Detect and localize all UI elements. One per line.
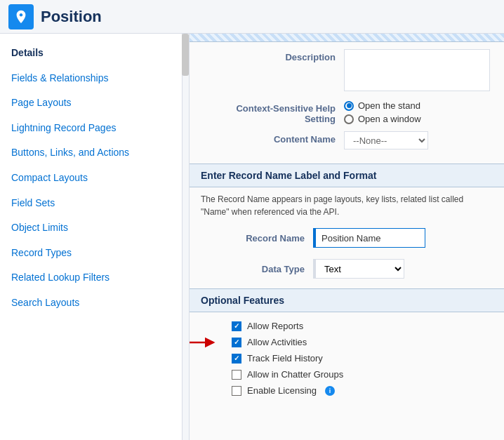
scrollbar-track[interactable] — [182, 34, 189, 440]
sidebar-item-compact-layouts[interactable]: Compact Layouts — [0, 166, 180, 191]
checkbox-label-allow-chatter-groups: Allow in Chatter Groups — [247, 369, 343, 380]
radio-option-open-standard[interactable]: Open the stand — [344, 100, 490, 111]
optional-features-header: Optional Features — [190, 288, 504, 312]
scrollbar-thumb[interactable] — [182, 34, 189, 76]
sidebar-nav: Details Fields & Relationships Page Layo… — [0, 34, 189, 323]
sidebar-item-buttons-links-actions[interactable]: Buttons, Links, and Actions — [0, 140, 180, 166]
sidebar-item-page-layouts[interactable]: Page Layouts — [0, 91, 180, 116]
checkbox-row-enable-licensing: Enable Licensing i — [218, 382, 504, 399]
checkboxes-container: Allow Reports Allow Activities — [190, 318, 504, 399]
sidebar-item-object-limits[interactable]: Object Limits — [0, 215, 180, 241]
enable-licensing-info-icon[interactable]: i — [325, 386, 335, 396]
allow-activities-wrapper: Allow Activities — [218, 334, 504, 350]
radio-dot-window[interactable] — [344, 114, 354, 124]
position-svg-icon — [13, 9, 29, 25]
description-label: Description — [204, 49, 344, 62]
sidebar-item-record-types[interactable]: Record Types — [0, 241, 180, 266]
sidebar-item-lightning-record-pages[interactable]: Lightning Record Pages — [0, 116, 180, 141]
checkbox-row-allow-activities: Allow Activities — [218, 334, 504, 350]
content-name-label: Content Name — [204, 131, 344, 145]
record-name-label: Record Name — [201, 233, 313, 244]
checkbox-label-enable-licensing: Enable Licensing — [247, 385, 317, 396]
position-icon — [8, 4, 34, 29]
sidebar-item-search-layouts[interactable]: Search Layouts — [0, 291, 180, 316]
checkbox-row-allow-reports: Allow Reports — [218, 318, 504, 334]
context-sensitive-label: Context-Sensitive Help Setting — [204, 100, 344, 124]
description-section: Description Context-Sensitive Help Setti… — [190, 42, 504, 164]
description-value — [344, 49, 490, 93]
checkbox-label-track-field-history: Track Field History — [247, 353, 323, 364]
record-name-section-header: Enter Record Name Label and Format — [190, 164, 504, 187]
context-sensitive-row: Context-Sensitive Help Setting Open the … — [204, 100, 490, 124]
main-container: Details Fields & Relationships Page Layo… — [0, 34, 504, 440]
content-name-select[interactable]: --None-- — [344, 131, 428, 149]
sidebar-item-fields-relationships[interactable]: Fields & Relationships — [0, 66, 180, 91]
radio-option-open-window[interactable]: Open a window — [344, 114, 490, 124]
red-arrow-icon — [190, 335, 218, 349]
context-sensitive-value: Open the stand Open a window — [344, 100, 490, 124]
page-header: Position — [0, 0, 504, 34]
checkbox-label-allow-reports: Allow Reports — [247, 321, 303, 331]
checkbox-row-allow-chatter-groups: Allow in Chatter Groups — [218, 366, 504, 382]
page-title: Position — [41, 8, 102, 26]
data-type-select[interactable]: Text — [313, 259, 404, 279]
sidebar-item-details: Details — [0, 41, 180, 66]
checkbox-allow-reports[interactable] — [232, 321, 241, 331]
checkbox-track-field-history[interactable] — [232, 354, 241, 364]
decorative-band — [190, 34, 504, 42]
radio-dot-standard[interactable] — [344, 101, 354, 111]
checkbox-enable-licensing[interactable] — [232, 386, 241, 396]
radio-group-context: Open the stand Open a window — [344, 100, 490, 124]
checkbox-label-allow-activities: Allow Activities — [247, 337, 307, 347]
description-row: Description — [204, 49, 490, 93]
content-name-row: Content Name --None-- — [204, 131, 490, 149]
description-textarea[interactable] — [344, 49, 490, 91]
content-name-value: --None-- — [344, 131, 490, 149]
content-area: Description Context-Sensitive Help Setti… — [190, 34, 504, 440]
record-name-description: The Record Name appears in page layouts,… — [190, 193, 504, 225]
record-name-row: Record Name — [190, 225, 504, 251]
checkbox-allow-chatter-groups[interactable] — [232, 370, 241, 380]
data-type-label: Data Type — [201, 264, 313, 274]
sidebar-item-field-sets[interactable]: Field Sets — [0, 191, 180, 216]
data-type-row: Data Type Text — [190, 256, 504, 281]
sidebar-item-related-lookup-filters[interactable]: Related Lookup Filters — [0, 265, 180, 291]
sidebar: Details Fields & Relationships Page Layo… — [0, 34, 190, 440]
checkbox-allow-activities[interactable] — [232, 338, 241, 347]
record-name-input[interactable] — [313, 228, 425, 248]
checkbox-row-track-field-history: Track Field History — [218, 350, 504, 366]
